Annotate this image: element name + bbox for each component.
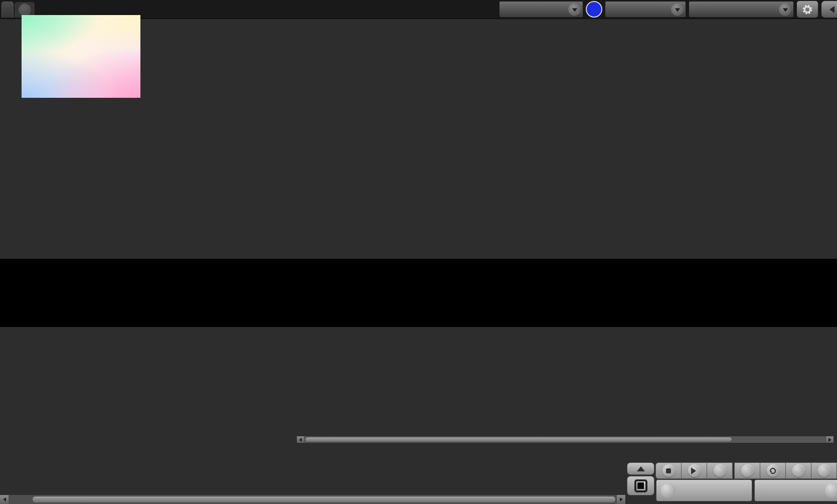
extra-button[interactable] [811, 462, 837, 479]
level-button-bar [0, 462, 626, 495]
playback-controls [656, 462, 837, 479]
play-icon [691, 467, 700, 474]
chevron-double-right-icon [825, 483, 837, 498]
source-dropdown[interactable] [605, 1, 686, 18]
pattern-window-button[interactable] [627, 476, 654, 495]
display-control-status-stripe [690, 3, 693, 16]
chevron-down-icon [671, 3, 684, 16]
triangle-up-icon [637, 462, 645, 471]
black-square-icon [634, 479, 647, 492]
next-button[interactable] [754, 479, 837, 501]
loop-button[interactable] [734, 462, 760, 479]
table-scrollbar-thumb[interactable] [305, 437, 732, 442]
actual-row-label [43, 265, 52, 290]
refresh-button[interactable] [760, 462, 786, 479]
source-status-stripe [606, 3, 609, 16]
meter-dropdown[interactable] [499, 1, 583, 18]
target-row-label [43, 290, 52, 315]
pattern-window-control [627, 462, 654, 495]
tab-history-1[interactable] [2, 2, 14, 18]
stop-icon [666, 468, 671, 473]
current-reading [11, 347, 161, 421]
stop-button[interactable] [655, 462, 682, 479]
record-button[interactable] [785, 462, 811, 479]
chevron-down-icon [779, 3, 791, 16]
bottom-scrollbar-thumb[interactable] [32, 496, 616, 503]
settings-button[interactable] [796, 1, 818, 18]
triangle-left-icon[interactable] [0, 495, 9, 504]
collapse-panel-button[interactable] [821, 1, 837, 18]
refresh-icon [768, 466, 777, 475]
triangle-left-icon[interactable] [297, 436, 304, 443]
cie-gamut-background [22, 15, 140, 98]
top-right-controls [499, 1, 837, 18]
app-root [0, 0, 837, 504]
plus-icon [19, 4, 31, 16]
cie-1931-chart [0, 0, 150, 115]
table-scrollbar[interactable] [297, 436, 833, 443]
play-button[interactable] [681, 462, 707, 479]
gear-icon [801, 4, 813, 16]
step-button[interactable] [707, 462, 733, 479]
chevron-down-icon [568, 3, 581, 16]
pattern-up-button[interactable] [627, 462, 654, 475]
display-control-dropdown[interactable] [689, 1, 794, 18]
chevron-left-icon [826, 6, 834, 13]
triangle-right-icon[interactable] [617, 495, 625, 504]
luminance-badge[interactable] [586, 1, 602, 18]
chevron-double-left-icon [660, 483, 676, 498]
triangle-right-icon[interactable] [826, 436, 833, 443]
grayscale-swatch-strip [0, 259, 837, 327]
meter-status-stripe [500, 3, 503, 16]
bottom-scrollbar[interactable] [0, 495, 625, 504]
back-button[interactable] [656, 479, 752, 501]
